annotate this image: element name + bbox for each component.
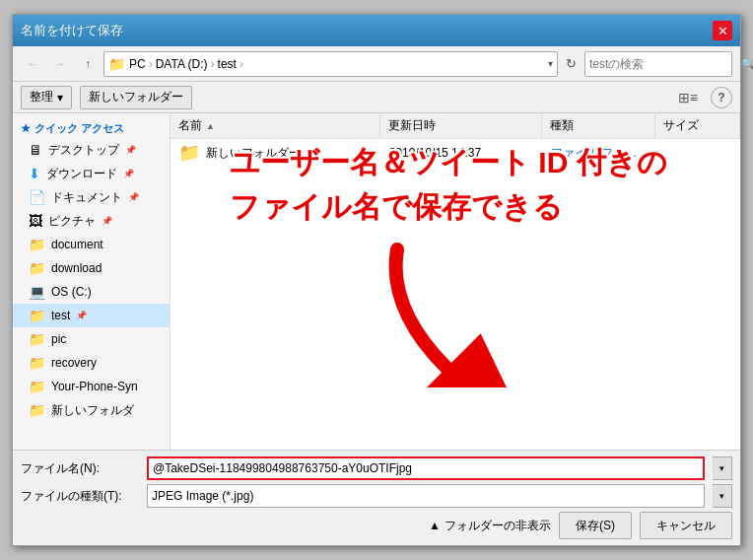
pin-icon-documents: 📌 [128, 192, 139, 202]
file-type-cell: ファイル フォルダー [543, 145, 656, 162]
column-name[interactable]: 名前 ▲ [171, 113, 380, 138]
cancel-button[interactable]: キャンセル [640, 512, 732, 539]
search-input[interactable] [589, 57, 737, 71]
pic-folder-icon: 📁 [29, 331, 45, 347]
document-folder-icon: 📁 [29, 237, 45, 252]
file-list: 📁 新しいフォルダー 2019/10/15 18:37 ファイル フォルダー [171, 139, 740, 450]
organize-button[interactable]: 整理 ▾ [21, 86, 72, 109]
filetype-input[interactable] [147, 484, 705, 508]
close-button[interactable]: ✕ [713, 21, 732, 40]
downloads-icon: ⬇ [29, 166, 40, 181]
address-parts: PC › DATA (D:) › test › [129, 57, 244, 71]
column-date[interactable]: 更新日時 [380, 113, 542, 138]
quick-access-header: ★ クイック アクセス [13, 117, 170, 138]
your-phone-icon: 📁 [29, 379, 45, 394]
filetype-dropdown-button[interactable]: ▾ [713, 484, 732, 508]
sidebar-item-os[interactable]: 💻 OS (C:) [13, 280, 170, 304]
title-bar: 名前を付けて保存 ✕ [13, 15, 740, 46]
filename-row: ファイル名(N): ▾ [21, 456, 732, 480]
save-dialog: 名前を付けて保存 ✕ ← → ↑ 📁 PC › DATA (D:) › test… [12, 14, 741, 546]
os-drive-icon: 💻 [29, 284, 45, 300]
dialog-title: 名前を付けて保存 [21, 22, 123, 39]
forward-button[interactable]: → [48, 52, 72, 76]
sidebar-item-document[interactable]: 📁 document [13, 233, 170, 256]
pin-icon-desktop: 📌 [125, 145, 136, 155]
star-icon: ★ [21, 122, 31, 135]
recovery-folder-icon: 📁 [29, 355, 45, 371]
folder-row-icon: 📁 [178, 142, 200, 164]
main-content: ★ クイック アクセス 🖥 デスクトップ 📌 ⬇ ダウンロード 📌 📄 ドキュメ… [13, 113, 740, 450]
download-folder-icon: 📁 [29, 260, 45, 276]
sidebar-item-recovery[interactable]: 📁 recovery [13, 351, 170, 375]
sidebar-item-your-phone[interactable]: 📁 Your-Phone-Syn [13, 375, 170, 398]
toggle-arrow-icon: ▲ [429, 519, 441, 532]
view-button[interactable]: ⊞≡ [673, 87, 703, 108]
address-current-folder: test [218, 57, 237, 71]
table-row[interactable]: 📁 新しいフォルダー 2019/10/15 18:37 ファイル フォルダー [171, 139, 740, 167]
back-button[interactable]: ← [21, 52, 44, 76]
sidebar-item-test[interactable]: 📁 test 📌 [13, 304, 170, 327]
pin-icon-downloads: 📌 [123, 169, 134, 178]
filetype-label: ファイルの種類(T): [21, 488, 139, 505]
pictures-icon: 🖼 [29, 213, 42, 229]
folder-toggle[interactable]: ▲ フォルダーの非表示 [429, 518, 551, 534]
address-dropdown-button[interactable]: ▾ [548, 58, 553, 69]
file-list-header: 名前 ▲ 更新日時 種類 サイズ [171, 113, 740, 139]
address-pc: PC [129, 57, 146, 71]
search-box[interactable]: 🔍 [584, 51, 732, 77]
pin-icon-pictures: 📌 [102, 216, 112, 226]
sidebar-item-download[interactable]: 📁 download [13, 256, 170, 280]
up-button[interactable]: ↑ [76, 52, 100, 76]
new-folder-button[interactable]: 新しいフォルダー [80, 86, 192, 109]
filetype-row: ファイルの種類(T): ▾ [21, 484, 732, 508]
save-button[interactable]: 保存(S) [559, 512, 632, 539]
filename-dropdown-button[interactable]: ▾ [713, 456, 732, 480]
sidebar-item-new-folder[interactable]: 📁 新しいフォルダ [13, 398, 170, 422]
organize-dropdown-icon: ▾ [57, 91, 63, 105]
search-icon: 🔍 [741, 57, 753, 71]
column-type[interactable]: 種類 [542, 113, 655, 138]
sidebar-item-documents[interactable]: 📄 ドキュメント 📌 [13, 185, 170, 209]
test-folder-icon: 📁 [29, 308, 45, 323]
column-size[interactable]: サイズ [655, 113, 740, 138]
refresh-button[interactable]: ↻ [562, 56, 581, 71]
sidebar-item-desktop[interactable]: 🖥 デスクトップ 📌 [13, 138, 170, 162]
documents-icon: 📄 [29, 189, 45, 205]
help-button[interactable]: ? [711, 87, 732, 108]
address-folder-icon: 📁 [108, 56, 125, 72]
address-bar[interactable]: 📁 PC › DATA (D:) › test › ▾ [103, 51, 558, 77]
filename-input[interactable] [147, 456, 705, 480]
toolbar2: 整理 ▾ 新しいフォルダー ⊞≡ ? [13, 82, 740, 113]
address-data-drive: DATA (D:) [156, 57, 208, 71]
filename-label: ファイル名(N): [21, 460, 139, 477]
file-name-cell: 📁 新しいフォルダー [171, 142, 381, 164]
sidebar-item-pic[interactable]: 📁 pic [13, 327, 170, 351]
bottom-bar: ファイル名(N): ▾ ファイルの種類(T): ▾ ▲ フォルダーの非表示 保存… [13, 450, 740, 545]
sort-arrow-name: ▲ [206, 121, 215, 131]
address-toolbar: ← → ↑ 📁 PC › DATA (D:) › test › ▾ ↻ 🔍 [13, 46, 740, 82]
sidebar-item-pictures[interactable]: 🖼 ピクチャ 📌 [13, 209, 170, 233]
sidebar: ★ クイック アクセス 🖥 デスクトップ 📌 ⬇ ダウンロード 📌 📄 ドキュメ… [13, 113, 171, 450]
file-date-cell: 2019/10/15 18:37 [381, 146, 543, 160]
sidebar-item-downloads[interactable]: ⬇ ダウンロード 📌 [13, 162, 170, 185]
file-area: 名前 ▲ 更新日時 種類 サイズ 📁 新しいフォルダー [171, 113, 740, 450]
action-buttons-row: ▲ フォルダーの非表示 保存(S) キャンセル [21, 512, 732, 539]
pin-icon-test: 📌 [76, 311, 87, 320]
desktop-icon: 🖥 [29, 142, 42, 158]
new-folder-sidebar-icon: 📁 [29, 402, 45, 418]
